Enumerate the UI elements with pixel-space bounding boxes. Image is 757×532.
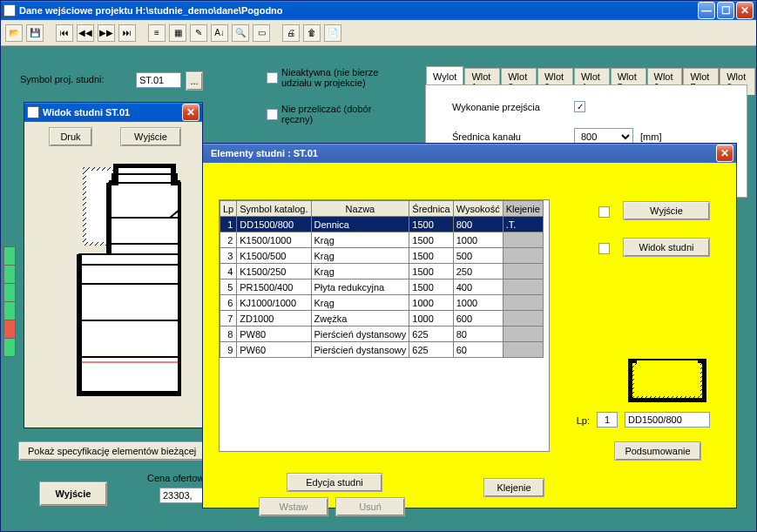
tool-list-icon[interactable]: ≡ [148,24,166,42]
view-close-button[interactable]: ✕ [182,104,199,121]
minimize-button[interactable]: — [698,2,715,19]
svg-rect-1 [112,174,177,183]
lp-label: Lp: [577,415,590,426]
well-icon [628,359,706,402]
col-lp[interactable]: Lp [220,201,237,217]
srednica-label: Średnica kanału [452,131,574,142]
main-title: Dane wejściowe projektu H:\studnie_demo\… [19,5,696,16]
col-height[interactable]: Wysokość [453,201,503,217]
color-cell[interactable] [3,283,16,302]
table-row[interactable]: 2K1500/1000Krąg15001000 [220,232,544,248]
price-input[interactable] [159,488,205,503]
spec-button[interactable]: Pokaż specyfikację elementów bieżącej [18,441,210,461]
close-button[interactable]: ✕ [736,2,754,19]
svg-rect-6 [79,284,180,320]
color-cell[interactable] [3,320,16,339]
view-checkbox[interactable] [598,243,610,254]
svg-rect-7 [79,320,180,357]
tool-last-icon[interactable]: ⏭ [118,24,136,42]
summary-button[interactable]: Podsumowanie [614,441,701,461]
tool-prev-icon[interactable]: ◀◀ [77,24,94,42]
well-cross-section [72,164,181,407]
svg-rect-4 [79,254,180,265]
view-well-button[interactable]: Widok studni [623,238,710,257]
table-row[interactable]: 5PR1500/400Płyta redukcyjna1500400 [220,279,544,295]
svg-rect-2 [109,218,180,244]
svg-rect-5 [79,265,180,284]
symbol-display[interactable] [625,412,710,428]
insert-button[interactable]: Wstaw [259,497,328,516]
table-row[interactable]: 6KJ1000/1000Krąg10001000 [220,295,544,311]
table-row[interactable]: 9PW60Pierścień dystansowy62560 [220,342,544,358]
tool-open-icon[interactable]: 📂 [5,24,23,42]
inactive-checkbox[interactable] [267,72,278,84]
view-body: Druk Wyjście [24,122,202,428]
table-row[interactable]: 1DD1500/800Dennica1500800.T. [220,217,544,232]
wykonanie-label: Wykonanie przejścia [452,102,574,112]
elements-close-button[interactable]: ✕ [716,145,733,162]
tool-first-icon[interactable]: ⏮ [56,24,73,42]
glue-button[interactable]: Klejenie [483,478,544,497]
inactive-label: Nieaktywna (nie bierze udziału w projekc… [281,67,403,88]
maximize-button[interactable]: ☐ [717,2,734,19]
tool-sort-icon[interactable]: A↓ [211,24,228,42]
symbol-label: Symbol proj. studni: [20,74,105,84]
wykonanie-checkbox[interactable]: ✓ [574,101,585,112]
svg-rect-3 [109,244,180,254]
elements-window: Elementy studni : ST.01 ✕ Lp Symbol kata… [202,143,737,508]
color-cell[interactable] [3,246,16,266]
view-title: Widok studni ST.01 [43,107,180,118]
main-titlebar[interactable]: Dane wejściowe projektu H:\studnie_demo\… [1,1,756,20]
view-exit-button[interactable]: Wyjście [120,127,181,146]
table-row[interactable]: 3K1500/500Krąg1500500 [220,248,544,264]
color-cell[interactable] [3,338,16,357]
tool-print-icon[interactable]: 🖨 [282,24,300,42]
symbol-input[interactable] [136,72,181,88]
lp-input[interactable] [597,412,618,428]
norecalc-label: Nie przeliczać (dobór ręczny) [281,104,403,125]
table-row[interactable]: 4K1500/250Krąg1500250 [220,264,544,279]
window-icon [27,106,39,118]
svg-rect-13 [637,360,698,392]
col-glue[interactable]: Klejenie [503,201,543,217]
elements-body: Lp Symbol katalog. Nazwa Średnica Wysoko… [203,163,736,508]
toolbar: 📂 💾 ⏮ ◀◀ ▶▶ ⏭ ≡ ▦ ✎ A↓ 🔍 ▭ 🖨 🗑 📄 [1,20,756,46]
elements-title: Elementy studni : ST.01 [206,148,714,158]
mm-label: [mm] [640,131,661,142]
edit-well-button[interactable]: Edycja studni [287,473,382,492]
price-label: Cena ofertowa [147,473,210,483]
col-name[interactable]: Nazwa [311,201,409,217]
exit-checkbox[interactable] [598,206,610,218]
color-cell[interactable] [3,265,16,284]
norecalc-checkbox[interactable] [267,109,278,120]
table-row[interactable]: 8PW80Pierścień dystansowy62580 [220,327,544,342]
tool-edit-icon[interactable]: ✎ [190,24,207,42]
tool-frame-icon[interactable]: ▭ [253,24,270,42]
tool-new-icon[interactable]: 📄 [324,24,341,42]
tool-save-icon[interactable]: 💾 [26,24,44,42]
view-window: Widok studni ST.01 ✕ Druk Wyjście [24,102,203,428]
main-exit-button[interactable]: Wyjście [39,481,107,506]
delete-button[interactable]: Usuń [335,497,405,516]
print-button[interactable]: Druk [49,127,92,146]
elements-exit-button[interactable]: Wyjście [623,201,710,220]
app-icon [3,4,16,17]
color-cell[interactable] [3,301,16,320]
tool-delete-icon[interactable]: 🗑 [303,24,321,42]
col-symbol[interactable]: Symbol katalog. [237,201,311,217]
table-row[interactable]: 7ZD1000Zwężka1000600 [220,311,544,327]
tool-next-icon[interactable]: ▶▶ [98,24,115,42]
elements-table[interactable]: Lp Symbol katalog. Nazwa Średnica Wysoko… [220,200,544,358]
color-bar [3,246,16,356]
elements-titlebar[interactable]: Elementy studni : ST.01 ✕ [203,144,736,163]
view-titlebar[interactable]: Widok studni ST.01 ✕ [24,103,202,122]
col-diameter[interactable]: Średnica [409,201,453,217]
tool-search-icon[interactable]: 🔍 [232,24,249,42]
elements-grid-wrap: Lp Symbol katalog. Nazwa Średnica Wysoko… [219,199,550,452]
tool-grid-icon[interactable]: ▦ [169,24,186,42]
symbol-browse-button[interactable]: ... [186,71,203,91]
